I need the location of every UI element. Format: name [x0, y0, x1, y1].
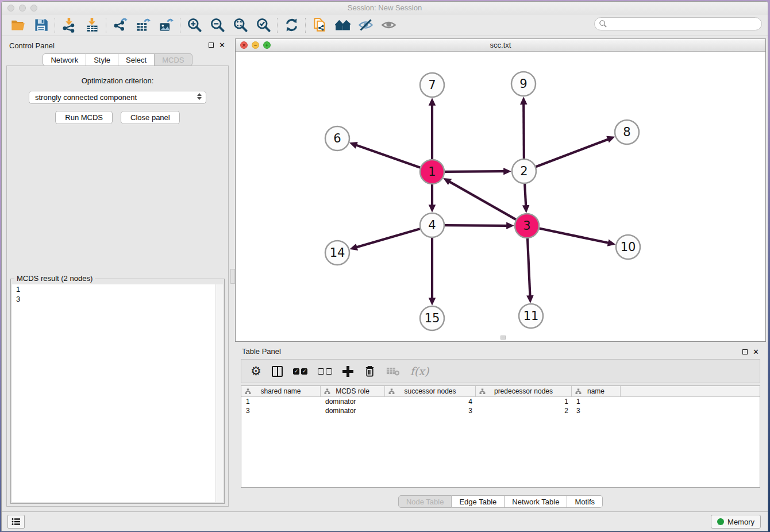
deselect-all-icon[interactable] [318, 368, 332, 375]
window-titlebar: Session: New Session [2, 2, 768, 14]
column-header-predecessor-nodes[interactable]: predecessor nodes [476, 386, 572, 396]
mcds-result-line: 3 [12, 294, 223, 304]
table-panel-title: Table Panel [242, 347, 281, 356]
close-window-button[interactable] [7, 5, 14, 11]
memory-button[interactable]: Memory [711, 515, 761, 529]
minimize-window-button[interactable] [19, 5, 26, 11]
optimization-criterion-select[interactable]: strongly connected component [29, 91, 206, 104]
graph-edge-2-3[interactable] [525, 184, 526, 206]
graph-edge-1-6[interactable] [356, 145, 420, 168]
table-cell: 3 [241, 407, 321, 415]
search-input[interactable] [594, 17, 762, 30]
node-table[interactable]: shared nameMCDS rolesuccessor nodesprede… [241, 385, 760, 488]
search-field [594, 17, 762, 30]
delete-column-icon[interactable] [364, 365, 376, 377]
show-all-eye-icon[interactable] [377, 16, 400, 34]
tab-network-table[interactable]: Network Table [505, 495, 567, 508]
graph-edge-3-1[interactable] [449, 182, 515, 219]
column-header-successor-nodes[interactable]: successor nodes [385, 386, 476, 396]
tab-node-table[interactable]: Node Table [398, 495, 452, 508]
table-cell: 1 [241, 398, 321, 406]
show-column-icon[interactable] [272, 366, 283, 377]
column-header-name[interactable]: name [572, 386, 621, 396]
toolbar-separator [106, 18, 106, 33]
toolbar-separator [180, 18, 180, 33]
select-all-icon[interactable] [293, 368, 307, 375]
refresh-icon[interactable] [280, 16, 303, 34]
zoom-selected-icon[interactable] [252, 16, 275, 34]
table-row[interactable]: 1dominator411 [241, 397, 760, 406]
import-table-icon[interactable] [80, 16, 103, 34]
table-body: 1dominator4113dominator323 [241, 397, 760, 415]
mcds-result-list[interactable]: 13 [12, 284, 223, 502]
tab-select[interactable]: Select [118, 53, 155, 66]
graph-edge-1-2[interactable] [445, 171, 504, 172]
export-network-icon[interactable] [109, 16, 132, 34]
scrollbar-track[interactable] [215, 284, 223, 502]
export-image-icon[interactable] [155, 16, 178, 34]
delete-table-icon[interactable] [386, 367, 400, 376]
zoom-in-icon[interactable] [183, 16, 206, 34]
import-network-icon[interactable] [57, 16, 80, 34]
hide-selected-eye-icon[interactable] [354, 16, 377, 34]
horizontal-scroll-thumb[interactable] [500, 336, 506, 340]
first-neighbors-icon[interactable] [331, 16, 354, 34]
memory-status-dot-icon [717, 518, 724, 525]
function-builder-icon[interactable]: f(x) [410, 365, 429, 377]
float-panel-icon[interactable] [209, 43, 214, 48]
graph-edge-4-3[interactable] [445, 225, 507, 226]
desktop: Session: New Session [0, 0, 770, 532]
mcds-result-line: 1 [12, 284, 223, 294]
tab-mcds[interactable]: MCDS [155, 53, 192, 66]
network-canvas[interactable]: 7968124314101511 [236, 52, 765, 341]
table-cell: dominator [321, 398, 385, 406]
graph-edge-2-8[interactable] [536, 139, 609, 167]
hierarchy-icon [479, 388, 486, 395]
mcds-result-group: MCDS result (2 nodes) 13 [10, 279, 225, 504]
graph-node-label: 14 [330, 246, 345, 260]
maximize-window-button[interactable] [30, 5, 37, 11]
hierarchy-icon [324, 388, 330, 395]
table-toolbar: ⚙ f(x) [241, 359, 760, 383]
column-header-label: shared name [260, 387, 301, 395]
network-window-titlebar[interactable]: ✕ − + scc.txt [236, 39, 765, 52]
graph-svg[interactable]: 7968124314101511 [236, 52, 765, 341]
close-network-icon[interactable]: ✕ [240, 41, 248, 49]
save-icon[interactable] [29, 16, 52, 34]
mcds-pane: Optimization criterion: strongly connect… [6, 65, 229, 507]
graph-edge-2-9[interactable] [523, 104, 524, 159]
run-mcds-button[interactable]: Run MCDS [55, 111, 113, 124]
float-table-panel-icon[interactable] [742, 349, 748, 354]
close-table-panel-icon[interactable]: ✕ [753, 348, 759, 356]
graph-node-label: 1 [428, 165, 436, 179]
table-row[interactable]: 3dominator323 [241, 406, 760, 415]
splitter-grip[interactable] [230, 269, 235, 284]
export-table-icon[interactable] [132, 16, 155, 34]
table-panel: Table Panel ✕ ⚙ f(x) shared nameMCDS rol… [235, 343, 766, 511]
main-toolbar [2, 14, 768, 36]
tab-style[interactable]: Style [86, 53, 118, 66]
graph-node-label: 4 [428, 218, 436, 232]
close-panel-icon[interactable]: ✕ [219, 41, 225, 49]
graph-edge-3-11[interactable] [528, 238, 530, 296]
maximize-network-icon[interactable]: + [263, 41, 271, 49]
graph-edge-4-14[interactable] [357, 229, 420, 247]
table-header-row: shared nameMCDS rolesuccessor nodesprede… [241, 386, 760, 397]
zoom-out-icon[interactable] [206, 16, 229, 34]
table-settings-gear-icon[interactable]: ⚙ [251, 365, 261, 377]
tab-network[interactable]: Network [43, 53, 86, 66]
duplicate-network-icon[interactable] [308, 16, 331, 34]
close-panel-button[interactable]: Close panel [121, 111, 180, 124]
tab-motifs[interactable]: Motifs [567, 495, 603, 508]
graph-edge-3-10[interactable] [540, 229, 609, 243]
column-header-shared-name[interactable]: shared name [241, 386, 321, 396]
add-column-icon[interactable] [342, 366, 353, 377]
minimize-network-icon[interactable]: − [252, 41, 259, 49]
column-header-MCDS-role[interactable]: MCDS role [321, 386, 385, 396]
tab-edge-table[interactable]: Edge Table [452, 495, 505, 508]
task-history-button[interactable] [7, 515, 25, 529]
hierarchy-icon [388, 388, 395, 395]
open-folder-icon[interactable] [6, 16, 29, 34]
fit-content-icon[interactable] [229, 16, 252, 34]
column-header-label: predecessor nodes [494, 387, 553, 395]
